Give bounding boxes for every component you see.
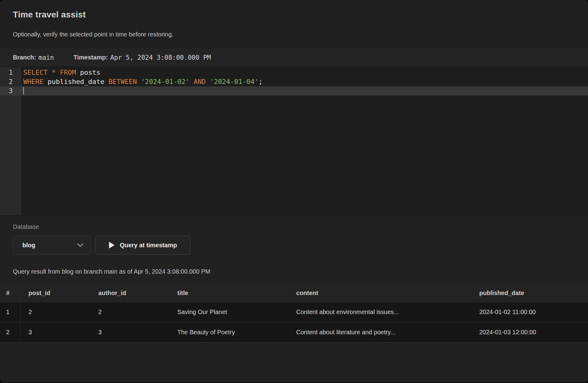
column-header-content: content [288,284,471,302]
column-header-index: # [0,284,21,302]
cell-title: Saving Our Planet [169,302,288,322]
sql-keyword: AND [194,78,206,85]
sql-keyword: WHERE [23,78,43,85]
code-line [21,86,588,96]
editor-line-3-active[interactable]: 3 [0,86,588,96]
query-at-timestamp-button[interactable]: Query at timestamp [95,236,190,255]
sql-text [137,78,141,85]
editor-line-1[interactable]: 1 SELECT * FROM posts [0,68,588,77]
cell-post-id: 2 [21,302,90,322]
row-index: 1 [0,302,21,322]
timestamp-value: Apr 5, 2024 3:08:00.000 PM [110,54,211,61]
sql-keyword: FROM [60,69,76,76]
column-header-post-id: post_id [21,284,90,302]
database-section-label: Database [13,223,39,230]
chevron-down-icon [77,243,83,247]
context-bar: Branch: main Timestamp: Apr 5, 2024 3:08… [0,48,588,67]
cell-content: Content about environmental issues... [288,302,471,322]
editor-line-2[interactable]: 2 WHERE published_date BETWEEN '2024-01-… [0,77,588,86]
sql-text [206,78,210,85]
timestamp-label: Timestamp: [74,54,108,61]
play-icon [109,241,115,249]
sql-text: posts [76,69,100,76]
code-line: WHERE published_date BETWEEN '2024-01-02… [21,77,588,86]
sql-text: published_date [43,78,108,85]
cell-published-date: 2024-01-03 12:00:00 [471,322,588,342]
result-table: # post_id author_id title content publis… [0,284,588,343]
table-row: 1 2 2 Saving Our Planet Content about en… [0,302,588,322]
line-number: 2 [0,77,21,86]
code-line: SELECT * FROM posts [21,68,588,77]
database-selected-value: blog [22,242,77,249]
column-header-published-date: published_date [471,284,588,302]
page-title: Time travel assist [13,10,86,20]
sql-text [47,69,51,76]
sql-string: '2024-01-04' [210,78,258,85]
page-subtitle: Optionally, verify the selected point in… [13,31,173,38]
branch-label: Branch: [13,54,36,61]
text-cursor [23,87,24,94]
query-result-caption: Query result from blog on branch main as… [13,268,210,275]
sql-keyword: SELECT [23,69,47,76]
cell-post-id: 3 [21,322,90,342]
cell-author-id: 2 [90,302,169,322]
sql-keyword: * [52,69,56,76]
sql-keyword: BETWEEN [108,78,137,85]
column-header-title: title [169,284,288,302]
sql-text [190,78,194,85]
cell-author-id: 3 [90,322,169,342]
cell-published-date: 2024-01-02 11:00:00 [471,302,588,322]
sql-text [56,69,60,76]
branch-value: main [39,54,54,61]
time-travel-assist-panel: Time travel assist Optionally, verify th… [0,0,588,382]
panel-header: Time travel assist Optionally, verify th… [0,0,588,48]
column-header-author-id: author_id [90,284,169,302]
sql-text: ; [258,78,262,85]
row-index: 2 [0,322,21,342]
table-row: 2 3 3 The Beauty of Poetry Content about… [0,322,588,342]
cell-content: Content about literature and poetry... [288,322,471,342]
sql-string: '2024-01-02' [141,78,190,85]
table-header-row: # post_id author_id title content publis… [0,284,588,302]
cell-title: The Beauty of Poetry [169,322,288,342]
query-button-label: Query at timestamp [120,242,177,249]
line-number: 3 [0,86,21,96]
sql-editor[interactable]: 1 SELECT * FROM posts 2 WHERE published_… [0,67,588,216]
table-bottom-border [0,342,588,343]
line-number: 1 [0,68,21,77]
database-select[interactable]: blog [13,236,91,255]
